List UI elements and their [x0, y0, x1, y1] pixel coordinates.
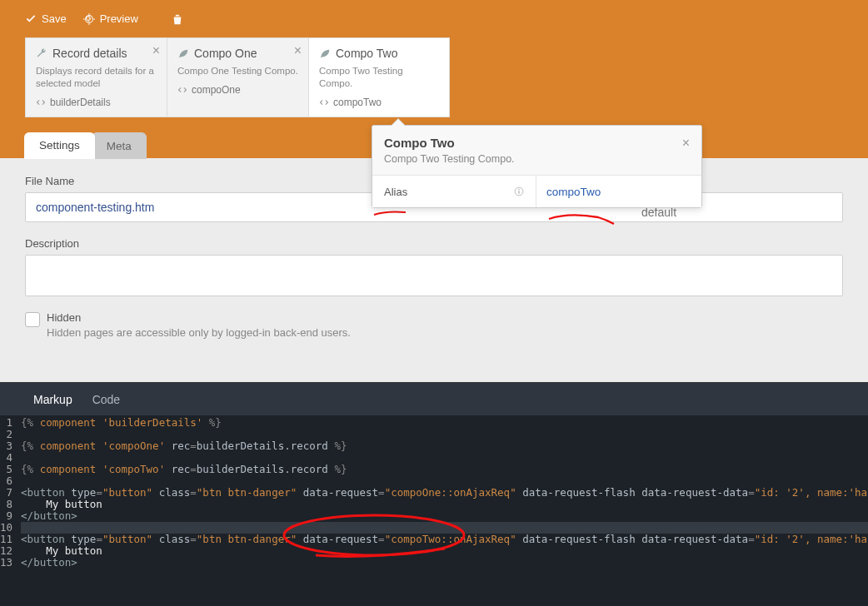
tab-settings[interactable]: Settings — [24, 132, 95, 159]
tab-code[interactable]: Code — [82, 393, 130, 406]
annotation-underline-1 — [373, 211, 407, 217]
info-icon[interactable] — [514, 186, 524, 196]
description-input[interactable] — [25, 255, 843, 296]
hidden-subtitle: Hidden pages are accessible only by logg… — [47, 326, 351, 339]
save-label: Save — [42, 12, 67, 25]
alias-input[interactable] — [536, 176, 701, 207]
popover-title: Compo Two — [384, 136, 690, 150]
close-icon[interactable]: × — [682, 136, 690, 151]
card-compo-two[interactable]: Compo Two Compo Two Testing Compo. compo… — [308, 37, 450, 117]
close-icon[interactable]: × — [152, 43, 160, 58]
card-desc: Displays record details for a selected m… — [36, 65, 157, 90]
card-code-text: builderDetails — [50, 97, 111, 108]
leaf-icon — [177, 47, 189, 59]
code-icon — [36, 97, 46, 107]
card-code-text: compoTwo — [333, 97, 382, 108]
code-icon — [319, 97, 329, 107]
card-desc: Compo One Testing Compo. — [177, 65, 298, 77]
code-editor[interactable]: 12345678910111213 {% component 'builderD… — [0, 415, 868, 606]
hidden-title: Hidden — [47, 311, 351, 324]
page-tabs: Settings Meta — [24, 132, 147, 159]
editor-tabs: Markup Code — [0, 382, 868, 415]
toolbar: Save Preview — [25, 12, 843, 25]
line-gutter: 12345678910111213 — [0, 415, 17, 606]
trash-icon — [172, 13, 183, 25]
tab-markup[interactable]: Markup — [23, 393, 82, 406]
svg-point-2 — [518, 189, 520, 191]
card-record-details[interactable]: × Record details Displays record details… — [25, 37, 167, 117]
component-popover: Compo Two Compo Two Testing Compo. × Ali… — [372, 125, 702, 208]
card-title-text: Compo Two — [336, 47, 397, 60]
card-code-text: compoOne — [192, 84, 241, 96]
preview-label: Preview — [100, 12, 138, 25]
tab-meta[interactable]: Meta — [92, 132, 147, 159]
popover-subtitle: Compo Two Testing Compo. — [384, 153, 690, 165]
delete-button[interactable] — [172, 12, 183, 25]
target-icon — [83, 13, 95, 25]
card-compo-one[interactable]: × Compo One Compo One Testing Compo. com… — [167, 37, 308, 117]
save-button[interactable]: Save — [25, 12, 67, 25]
alias-label: Alias — [372, 176, 536, 207]
card-title-text: Compo One — [194, 47, 257, 60]
card-desc: Compo Two Testing Compo. — [319, 65, 439, 90]
card-title-text: Record details — [52, 47, 127, 60]
wrench-icon — [36, 47, 47, 59]
code-icon — [177, 85, 187, 95]
close-icon[interactable]: × — [294, 43, 302, 58]
description-label: Description — [25, 237, 843, 250]
annotation-underline-2 — [548, 214, 615, 226]
svg-rect-1 — [518, 191, 519, 193]
leaf-icon — [319, 47, 331, 59]
component-cards: × Record details Displays record details… — [25, 37, 843, 117]
hidden-checkbox[interactable] — [25, 312, 40, 327]
preview-button[interactable]: Preview — [83, 12, 138, 25]
code-body[interactable]: {% component 'builderDetails' %} {% comp… — [17, 415, 868, 606]
check-icon — [25, 13, 37, 25]
